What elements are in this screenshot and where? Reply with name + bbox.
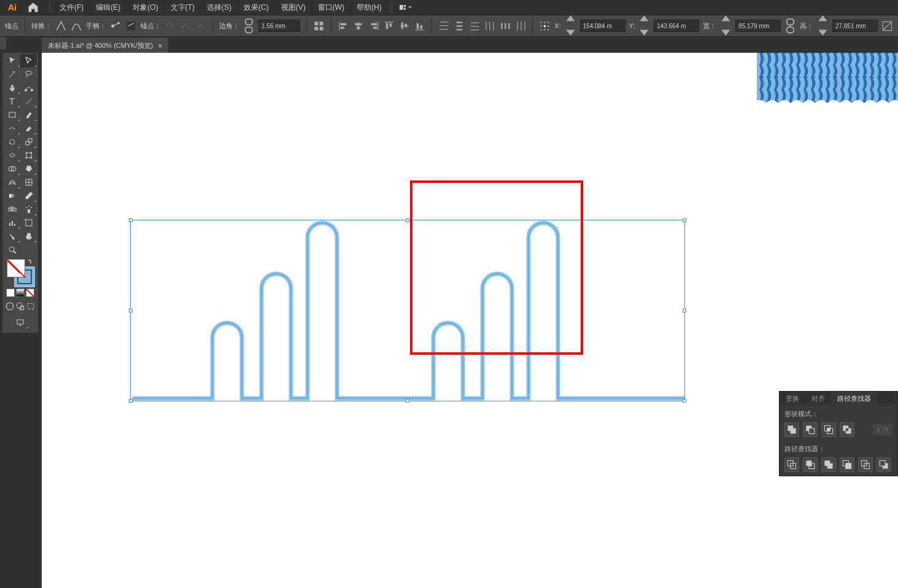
trim-icon[interactable]: [803, 457, 818, 472]
minus-back-icon[interactable]: [877, 457, 891, 472]
perspective-grid-tool[interactable]: [4, 176, 20, 189]
magic-wand-tool[interactable]: [4, 68, 20, 81]
distribute-right-icon[interactable]: [515, 20, 527, 32]
scale-proportional-icon[interactable]: [881, 20, 893, 32]
pen-tool[interactable]: [4, 81, 20, 95]
corner-radius-input[interactable]: [258, 20, 300, 32]
symbol-sprayer-tool[interactable]: [20, 203, 37, 216]
distribute-hcenter-icon[interactable]: [500, 20, 511, 32]
panel-collapse-strip[interactable]: [0, 37, 6, 49]
live-paint-tool[interactable]: [20, 162, 37, 176]
handle-show-icon[interactable]: [110, 20, 122, 32]
artboard-tool[interactable]: [20, 216, 37, 230]
divide-icon[interactable]: [784, 457, 799, 472]
unite-icon[interactable]: [784, 422, 799, 437]
corner-link-icon[interactable]: [243, 20, 255, 32]
direct-selection-tool[interactable]: [20, 54, 37, 68]
menu-effect[interactable]: 效果(C): [239, 1, 274, 14]
outline-icon[interactable]: [858, 457, 873, 472]
align-vcenter-icon[interactable]: [398, 20, 410, 32]
line-tool[interactable]: [20, 95, 37, 108]
type-tool[interactable]: T: [4, 95, 20, 108]
color-mode-none[interactable]: [26, 288, 34, 297]
free-transform-tool[interactable]: [20, 149, 37, 162]
merge-icon[interactable]: [821, 457, 836, 472]
width-tool[interactable]: [4, 149, 20, 162]
handle-hide-icon[interactable]: [125, 20, 137, 32]
eyedropper-tool[interactable]: [20, 189, 37, 203]
width-input[interactable]: [735, 20, 781, 32]
wh-link-icon[interactable]: [784, 20, 796, 32]
menu-type[interactable]: 文字(T): [166, 1, 199, 14]
convert-corner-icon[interactable]: [55, 20, 67, 32]
zoom-tool[interactable]: [4, 243, 20, 257]
close-tab-icon[interactable]: ×: [158, 42, 162, 50]
draw-normal-icon[interactable]: [5, 301, 15, 312]
gradient-tool[interactable]: [4, 189, 20, 203]
menu-help[interactable]: 帮助(H): [352, 1, 387, 14]
minus-front-icon[interactable]: [803, 422, 818, 437]
intersect-icon[interactable]: [821, 422, 836, 437]
y-stepper-icon[interactable]: [638, 20, 650, 32]
blend-tool[interactable]: [4, 203, 20, 216]
document-tab[interactable]: 未标题-1.ai* @ 400% (CMYK/预览) ×: [42, 38, 168, 53]
align-hcenter-icon[interactable]: [353, 20, 365, 32]
shape-builder-tool[interactable]: [4, 162, 20, 176]
menu-object[interactable]: 对象(O): [128, 1, 163, 14]
selection-tool[interactable]: [4, 54, 20, 68]
y-input[interactable]: [654, 20, 699, 32]
isolate-icon[interactable]: [313, 20, 325, 32]
remove-anchor-icon[interactable]: [165, 20, 176, 32]
lasso-tool[interactable]: [20, 68, 37, 81]
eraser-tool[interactable]: [20, 122, 37, 135]
convert-smooth-icon[interactable]: [71, 20, 82, 32]
transform-reference-icon[interactable]: [539, 20, 551, 32]
curvature-tool[interactable]: [20, 81, 37, 95]
fill-color[interactable]: [7, 259, 25, 277]
screen-mode-icon[interactable]: [12, 315, 29, 329]
h-stepper-icon[interactable]: [817, 20, 829, 32]
align-bottom-icon[interactable]: [414, 20, 425, 32]
color-mode-gradient[interactable]: [16, 288, 25, 297]
expand-button[interactable]: 扩展: [873, 424, 892, 435]
align-left-icon[interactable]: [338, 20, 349, 32]
cut-anchor-icon[interactable]: [195, 20, 206, 32]
height-input[interactable]: [832, 20, 878, 32]
menu-window[interactable]: 窗口(W): [313, 1, 349, 14]
swap-fill-stroke-icon[interactable]: [26, 259, 33, 265]
align-tab[interactable]: 对齐: [805, 392, 831, 406]
distribute-vcenter-icon[interactable]: [454, 20, 465, 32]
menu-select[interactable]: 选择(S): [202, 1, 236, 14]
shaper-tool[interactable]: [4, 122, 20, 135]
column-graph-tool[interactable]: [4, 216, 20, 230]
fill-stroke-swatch[interactable]: [7, 259, 34, 286]
crop-icon[interactable]: [840, 457, 854, 472]
paintbrush-tool[interactable]: [20, 108, 37, 122]
mesh-tool[interactable]: [20, 176, 37, 189]
exclude-icon[interactable]: [840, 422, 854, 437]
hand-tool[interactable]: [20, 230, 37, 243]
canvas[interactable]: [42, 53, 898, 588]
menu-file[interactable]: 文件(F): [55, 1, 88, 14]
connect-anchor-icon[interactable]: [179, 20, 191, 32]
distribute-top-icon[interactable]: [438, 20, 450, 32]
slice-tool[interactable]: [4, 230, 20, 243]
transform-tab[interactable]: 变换: [780, 392, 805, 406]
pathfinder-tab[interactable]: 路径查找器: [831, 392, 877, 406]
x-stepper-icon[interactable]: [565, 20, 576, 32]
menu-edit[interactable]: 编辑(E): [91, 1, 125, 14]
x-input[interactable]: [580, 20, 625, 32]
w-stepper-icon[interactable]: [720, 20, 732, 32]
distribute-left-icon[interactable]: [484, 20, 496, 32]
path-artwork[interactable]: [133, 217, 688, 401]
rotate-tool[interactable]: [4, 135, 20, 149]
draw-inside-icon[interactable]: [25, 301, 36, 312]
menu-view[interactable]: 视图(V): [276, 1, 311, 14]
rectangle-tool[interactable]: [4, 108, 20, 122]
draw-behind-icon[interactable]: [15, 301, 26, 312]
align-right-icon[interactable]: [368, 20, 380, 32]
layout-switcher-icon[interactable]: [400, 2, 412, 12]
scale-tool[interactable]: [20, 135, 37, 149]
distribute-bottom-icon[interactable]: [469, 20, 481, 32]
align-top-icon[interactable]: [383, 20, 395, 32]
